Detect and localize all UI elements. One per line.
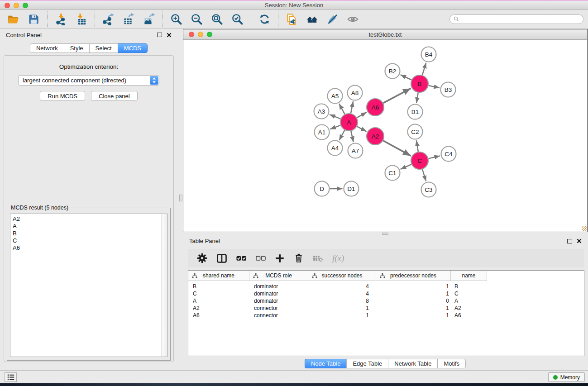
tab-node-table[interactable]: Node Table: [305, 359, 347, 368]
show-view-button[interactable]: [346, 13, 359, 26]
add-entry-button[interactable]: [275, 253, 285, 263]
graph-edge-A6-B[interactable]: [383, 88, 411, 103]
table-cell[interactable]: 0: [376, 297, 451, 305]
close-panel-icon[interactable]: [577, 238, 582, 243]
delete-entry-button[interactable]: [294, 253, 304, 263]
mcds-result-item[interactable]: A2: [10, 215, 167, 223]
close-window-button[interactable]: [5, 3, 10, 8]
graph-edge-B-B2[interactable]: [401, 75, 411, 80]
float-panel-icon[interactable]: [157, 33, 162, 37]
table-cell[interactable]: 4: [308, 283, 376, 290]
table-cell[interactable]: A6: [451, 312, 487, 319]
table-cell[interactable]: 1: [376, 283, 451, 290]
search-input[interactable]: [461, 15, 579, 23]
graph-edge-B-B3[interactable]: [429, 86, 440, 88]
graph-edge-A-A3[interactable]: [330, 114, 340, 119]
function-builder-button[interactable]: f(x): [332, 253, 344, 263]
scrollbar-track[interactable]: [161, 214, 167, 357]
mcds-result-item[interactable]: C: [10, 237, 167, 244]
graph-edge-A-A8[interactable]: [351, 101, 353, 113]
zoom-out-button[interactable]: [190, 13, 203, 26]
export-table-button[interactable]: [122, 13, 135, 26]
table-row[interactable]: Bdominator41B: [188, 283, 584, 290]
tab-network-table[interactable]: Network Table: [388, 359, 438, 368]
table-cell[interactable]: C: [451, 290, 487, 297]
close-view-button[interactable]: [189, 32, 194, 37]
splitter-handle[interactable]: [382, 233, 388, 235]
table-cell[interactable]: connector: [249, 312, 308, 319]
zoom-window-button[interactable]: [23, 3, 28, 8]
table-cell[interactable]: B: [188, 283, 249, 290]
table-cell[interactable]: C: [188, 290, 249, 297]
split-table-button[interactable]: [216, 253, 227, 263]
tab-network[interactable]: Network: [30, 43, 64, 53]
zoom-selected-button[interactable]: [231, 13, 244, 26]
table-cell[interactable]: 1: [376, 290, 451, 297]
column-header-shared-name[interactable]: shared name: [188, 271, 249, 281]
network-canvas[interactable]: B4B2BB3A8A5A6A3B1AA1C2A2A4A7C4CC1C3DD1: [183, 40, 587, 232]
graph-edge-C-C1[interactable]: [401, 164, 411, 169]
table-cell[interactable]: A: [188, 297, 249, 305]
table-cell[interactable]: 8: [308, 297, 376, 305]
table-cell[interactable]: B: [451, 283, 487, 290]
zoom-in-button[interactable]: [170, 13, 183, 26]
export-image-button[interactable]: [143, 13, 156, 26]
refresh-button[interactable]: [258, 13, 271, 26]
table-cell[interactable]: connector: [249, 305, 308, 312]
table-row[interactable]: A6connector11A6: [188, 312, 584, 319]
table-cell[interactable]: 1: [308, 312, 376, 319]
graph-edge-A-A6[interactable]: [357, 112, 367, 118]
tab-mcds[interactable]: MCDS: [118, 43, 148, 53]
run-mcds-button[interactable]: Run MCDS: [40, 91, 85, 101]
hide-labels-button[interactable]: [326, 13, 339, 26]
table-cell[interactable]: A2: [451, 305, 487, 312]
tab-motifs[interactable]: Motifs: [437, 359, 466, 368]
table-row[interactable]: A2connector11A2: [188, 305, 584, 312]
table-row[interactable]: Adominator80A: [188, 297, 584, 305]
table-cell[interactable]: A: [451, 297, 487, 305]
float-panel-icon[interactable]: [567, 239, 572, 243]
zoom-fit-button[interactable]: [210, 13, 224, 26]
mcds-result-item[interactable]: A: [10, 223, 167, 230]
column-header-name[interactable]: name: [451, 271, 487, 281]
graph-edge-C-C3[interactable]: [422, 169, 426, 181]
table-cell[interactable]: dominator: [249, 297, 308, 305]
graph-edge-A-A5[interactable]: [339, 104, 344, 114]
splitter-grip[interactable]: [179, 195, 182, 201]
close-panel-button[interactable]: Close panel: [91, 91, 138, 101]
table-cell[interactable]: 1: [308, 305, 376, 312]
network-view-titlebar[interactable]: testGlobe.txt: [183, 29, 587, 40]
column-header-predecessor-nodes[interactable]: predecessor nodes: [376, 271, 451, 281]
import-table-button[interactable]: [75, 13, 88, 26]
save-session-button[interactable]: [27, 13, 40, 26]
graph-edge-C-C4[interactable]: [429, 156, 440, 158]
resize-grip[interactable]: [582, 226, 587, 231]
table-cell[interactable]: 1: [376, 305, 451, 312]
table-cell[interactable]: A6: [188, 312, 249, 319]
optimization-select[interactable]: largest connected component (directed): [18, 75, 159, 86]
open-session-button[interactable]: [7, 13, 20, 26]
table-cell[interactable]: dominator: [249, 290, 308, 297]
table-settings-button[interactable]: [197, 253, 207, 263]
deselect-all-button[interactable]: [256, 254, 266, 262]
graph-edge-A2-C[interactable]: [383, 141, 411, 156]
graph-edge-A-A2[interactable]: [357, 126, 367, 131]
graph-edge-B-B4[interactable]: [422, 63, 426, 75]
minimize-view-button[interactable]: [198, 32, 203, 37]
graph-edge-A-A1[interactable]: [330, 125, 340, 129]
graph-edge-B-B1[interactable]: [416, 93, 418, 103]
import-network-button[interactable]: [54, 13, 67, 26]
tab-edge-table[interactable]: Edge Table: [346, 359, 388, 368]
export-network-button[interactable]: [102, 13, 115, 26]
table-cell[interactable]: A2: [188, 305, 249, 312]
table-cell[interactable]: 4: [308, 290, 376, 297]
table-cell[interactable]: dominator: [249, 283, 308, 290]
table-cell[interactable]: 1: [376, 312, 451, 319]
select-all-button[interactable]: [236, 254, 247, 262]
zoom-view-button[interactable]: [207, 32, 212, 37]
minimize-window-button[interactable]: [14, 3, 19, 8]
tab-style[interactable]: Style: [64, 43, 90, 53]
mcds-result-item[interactable]: B: [10, 230, 167, 237]
home-button[interactable]: [306, 13, 319, 26]
graph-edge-A-A7[interactable]: [351, 131, 354, 143]
